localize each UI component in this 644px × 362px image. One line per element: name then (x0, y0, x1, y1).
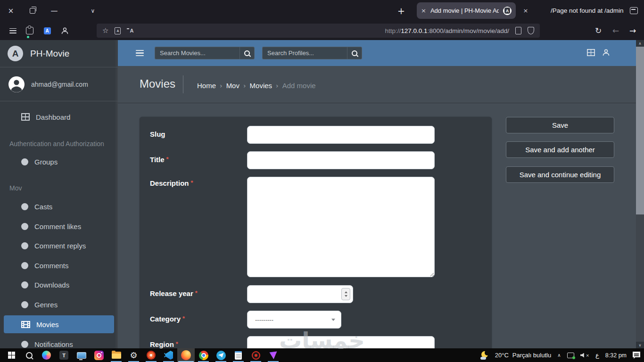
description-textarea[interactable] (247, 177, 435, 277)
window-close-button[interactable]: × (1, 0, 20, 21)
clock[interactable]: 8:32 pm (605, 352, 627, 359)
profile-button[interactable] (58, 21, 72, 40)
film-icon (21, 321, 30, 328)
sidebar-item-casts[interactable]: Casts (4, 199, 114, 214)
spinner-up-icon[interactable] (345, 291, 347, 293)
translate-extension-button[interactable]: A (40, 21, 54, 40)
release-year-input[interactable] (247, 285, 353, 303)
sidebar-item-groups[interactable]: Groups (4, 154, 114, 169)
translate-page-icon[interactable]: A (115, 27, 121, 34)
taskbar-chrome-button[interactable] (195, 348, 212, 362)
search-movies-input[interactable] (155, 47, 239, 59)
sidebar-item-comments[interactable]: Comments (4, 258, 114, 273)
category-select[interactable]: --------- (247, 311, 341, 329)
taskbar-instagram-button[interactable] (90, 348, 107, 362)
copilot-icon (42, 351, 51, 360)
scroll-up-button[interactable]: ∧ (636, 40, 644, 47)
scroll-down-button[interactable]: ∨ (636, 342, 644, 348)
weather-icon[interactable] (480, 351, 489, 360)
firefox-icon (181, 350, 191, 360)
spinner-down-icon[interactable] (345, 295, 347, 297)
weather-temp[interactable]: 20°C (495, 352, 509, 359)
tab-close-icon[interactable]: × (421, 7, 426, 14)
save-and-continue-editing-button[interactable]: Save and continue editing (506, 166, 614, 183)
tab-background[interactable]: /Page not found at /admin (551, 0, 624, 21)
reader-mode-icon[interactable] (515, 27, 521, 34)
scrollbar-thumb[interactable] (636, 47, 644, 214)
search-profiles-input[interactable] (262, 47, 347, 59)
tab-active[interactable]: × Add movie | PH-Movie Admin A (417, 2, 516, 19)
circle-icon (21, 203, 28, 210)
sidebar-item-comment-likes[interactable]: Comment likes (4, 219, 114, 234)
sidebar-item-label: Dashboard (36, 113, 70, 121)
tab-dropdown-button[interactable]: ∨ (83, 0, 102, 21)
extensions-button[interactable] (23, 21, 37, 40)
taskbar-this-pc-button[interactable] (73, 348, 90, 362)
search-movies (155, 47, 255, 59)
notepad-icon (235, 351, 242, 360)
page-title: Movies (140, 77, 175, 90)
search-profiles-button[interactable] (347, 47, 362, 59)
taskbar-orange-app-button[interactable] (142, 348, 160, 362)
sidebar-toggle-button[interactable] (136, 50, 144, 56)
apps-grid-icon[interactable] (587, 49, 595, 56)
taskbar-recorder-button[interactable] (247, 348, 264, 362)
save-button[interactable]: Save (506, 117, 614, 133)
browser-menu-button[interactable] (6, 21, 20, 40)
brand-link[interactable]: A PH-Movie (0, 40, 118, 67)
bookmark-star-icon[interactable]: ☆ (102, 26, 108, 35)
number-spinner[interactable] (341, 288, 350, 300)
scrollbar[interactable]: ∧ ∨ (636, 40, 644, 348)
taskbar-notepad-button[interactable] (230, 348, 247, 362)
user-menu-icon[interactable] (602, 49, 610, 57)
back-button[interactable]: ← (608, 21, 624, 40)
header-divider (118, 103, 636, 103)
tray-expand-icon[interactable]: ∧ (557, 353, 561, 358)
extension-badge-dot (27, 36, 29, 38)
taskbar-firefox-button[interactable] (177, 348, 195, 362)
search-icon (26, 352, 33, 359)
sidebar-item-movies[interactable]: Movies (4, 315, 114, 333)
translate-xa-icon[interactable]: A (127, 28, 133, 33)
breadcrumb-home[interactable]: Home (197, 82, 216, 90)
tab2-close-button[interactable]: × (519, 2, 533, 19)
slug-input[interactable] (247, 126, 435, 144)
taskbar-telegram-button[interactable] (212, 348, 230, 362)
sidebar-item-downloads[interactable]: Downloads (4, 277, 114, 292)
chrome-icon (199, 351, 208, 360)
tray-monitor-icon[interactable] (567, 353, 574, 358)
taskbar-search-button[interactable] (20, 348, 38, 362)
taskbar-purple-app-button[interactable] (264, 348, 282, 362)
new-tab-button[interactable]: + (393, 2, 409, 19)
reload-button[interactable]: ↻ (590, 21, 606, 40)
circle-icon (21, 262, 28, 269)
url-bar[interactable]: ☆ A A http://127.0.0.1:8000/admin/mov/mo… (97, 24, 540, 38)
tracking-shield-icon[interactable] (528, 27, 534, 34)
window-minimize-button[interactable]: — (45, 0, 64, 21)
breadcrumb-movies[interactable]: Movies (250, 82, 272, 90)
save-and-add-another-button[interactable]: Save and add another (506, 141, 614, 158)
taskbar-vscode-button[interactable] (160, 348, 177, 362)
taskbar-settings-button[interactable]: ⚙ (125, 348, 142, 362)
taskbar-t-app-button[interactable]: T (55, 348, 73, 362)
sidebar-item-dashboard[interactable]: Dashboard (4, 109, 114, 124)
weather-description[interactable]: Parçalı bulutlu (512, 352, 551, 359)
user-panel[interactable]: ahmad@gmail.com (0, 67, 118, 101)
sidebar-item-genres[interactable]: Genres (4, 297, 114, 312)
region-input[interactable] (247, 336, 435, 348)
window-restore-button[interactable] (23, 0, 42, 21)
sidebar: A PH-Movie ahmad@gmail.com Dashboard Aut… (0, 40, 118, 348)
language-indicator[interactable]: ع (595, 352, 599, 359)
forward-button[interactable]: → (625, 21, 641, 40)
search-movies-button[interactable] (239, 47, 255, 59)
sidebar-item-comment-replys[interactable]: Comment replys (4, 238, 114, 253)
taskbar-copilot-button[interactable] (38, 348, 55, 362)
sidebar-item-label: Movies (36, 321, 59, 329)
notification-center-icon[interactable] (633, 352, 640, 359)
volume-muted-icon[interactable]: × (580, 353, 590, 358)
title-input[interactable] (247, 151, 435, 169)
breadcrumb-mov[interactable]: Mov (226, 82, 239, 90)
start-button[interactable] (3, 348, 20, 362)
tab-list-icon[interactable] (630, 7, 638, 14)
taskbar-file-explorer-button[interactable] (107, 348, 125, 362)
